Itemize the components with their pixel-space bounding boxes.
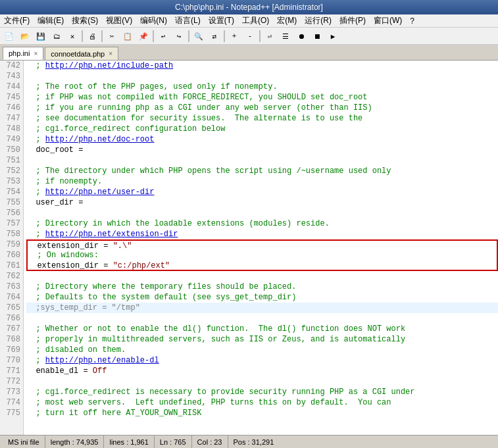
status-filetype-text: MS ini file (8, 438, 39, 446)
code-line-774: ; most web servers. Left undefined, PHP … (26, 397, 498, 408)
code-line-754: ; http://php.net/user-dir (26, 187, 498, 197)
status-lines: lines : 1,961 (104, 436, 154, 448)
copy-button[interactable]: 📋 (120, 29, 135, 43)
code-line-767: ; Whether or not to enable the dl() func… (26, 324, 498, 334)
status-bar: MS ini file length : 74,935 lines : 1,96… (0, 435, 498, 448)
zoom-in-button[interactable]: + (227, 29, 241, 43)
tab-connoetdata-label: connoetdata.php (51, 50, 105, 58)
tab-phpini-label: php.ini (9, 49, 30, 57)
code-line-763: ; Directory where the temporary files sh… (26, 282, 498, 292)
replace-button[interactable]: ⇄ (207, 29, 222, 43)
code-line-770: ; http://php.net/enable-dl (26, 355, 498, 366)
code-line-764: ; Defaults to the system default (see sy… (26, 292, 498, 303)
wrap-button[interactable]: ⏎ (262, 29, 277, 43)
code-line-751 (26, 155, 498, 166)
separator-1 (82, 30, 83, 42)
status-filetype: MS ini file (3, 436, 45, 448)
code-line-742: ; http://php.net/include-path (26, 61, 498, 71)
tab-bar: php.ini × connoetdata.php × (0, 45, 498, 61)
toolbar: 📄 📂 💾 🗂 ✕ 🖨 ✂ 📋 📌 ↩ ↪ 🔍 ⇄ + - ⏎ ☰ ⏺ ⏹ ▶ (0, 28, 498, 45)
menu-edit[interactable]: 编辑(E) (34, 15, 68, 26)
code-line-752: ; The directory under which PHP opens th… (26, 166, 498, 176)
code-line-746: ; if you are running php as a CGI under … (26, 103, 498, 113)
separator-4 (188, 30, 189, 42)
tab-phpini[interactable]: php.ini × (3, 47, 43, 60)
menu-macro[interactable]: 宏(M) (273, 15, 301, 26)
status-lines-text: lines : 1,961 (109, 438, 148, 446)
code-line-757: ; Directory in which the loadable extens… (26, 218, 498, 229)
code-line-775: ; turn it off here AT_YOUR_OWN_RISK (26, 408, 498, 418)
open-button[interactable]: 📂 (18, 29, 32, 43)
status-col-text: Col : 23 (197, 438, 222, 446)
macro-record-button[interactable]: ⏺ (294, 29, 309, 43)
code-line-760: ; On windows: (26, 250, 498, 261)
cut-button[interactable]: ✂ (105, 29, 119, 43)
tab-connoetdata[interactable]: connoetdata.php × (45, 47, 118, 60)
status-pos: Pos : 31,291 (228, 436, 280, 448)
code-line-772 (26, 376, 498, 387)
zoom-out-button[interactable]: - (243, 29, 257, 43)
title-text: C:\php\php.ini - Notepad++ [Administrato… (175, 3, 323, 12)
indent-button[interactable]: ☰ (278, 29, 293, 43)
code-line-771: enable_dl = Off (26, 366, 498, 376)
code-line-773: ; cgi.force_redirect is necessary to pro… (26, 387, 498, 397)
code-line-761: extension_dir = "c:/php/ext" (26, 261, 498, 271)
code-line-745: ; if PHP was not compiled with FORCE_RED… (26, 92, 498, 103)
undo-button[interactable]: ↩ (156, 29, 170, 43)
code-container: 7427437447457467477487497507517527537547… (0, 61, 498, 435)
menu-help[interactable]: ? (406, 16, 418, 26)
title-bar: C:\php\php.ini - Notepad++ [Administrato… (0, 0, 498, 14)
status-col: Col : 23 (192, 436, 228, 448)
menu-file[interactable]: 文件(F) (0, 15, 34, 26)
tab-phpini-close[interactable]: × (34, 50, 37, 57)
code-line-750: doc_root = (26, 145, 498, 155)
close-button[interactable]: ✕ (65, 29, 80, 43)
code-line-753: ; if nonempty. (26, 176, 498, 187)
code-line-755: user_dir = (26, 197, 498, 208)
separator-2 (101, 30, 103, 42)
menu-run[interactable]: 运行(R) (301, 15, 336, 26)
separator-5 (224, 30, 225, 42)
menu-view[interactable]: 视图(V) (102, 15, 136, 26)
code-line-769: ; disabled on them. (26, 345, 498, 355)
code-line-762 (26, 271, 498, 282)
redo-button[interactable]: ↪ (172, 29, 186, 43)
menu-window[interactable]: 窗口(W) (370, 15, 406, 26)
code-line-766 (26, 313, 498, 324)
code-line-756 (26, 208, 498, 218)
menu-settings[interactable]: 设置(T) (205, 15, 238, 26)
save-button[interactable]: 💾 (34, 29, 48, 43)
save-all-button[interactable]: 🗂 (49, 29, 64, 43)
status-ln: Ln : 765 (155, 436, 192, 448)
code-line-765: ;sys_temp_dir = "/tmp" (26, 303, 498, 313)
code-line-749: ; http://php.net/doc-root (26, 134, 498, 145)
separator-6 (259, 30, 261, 42)
new-button[interactable]: 📄 (2, 29, 16, 43)
status-length: length : 74,935 (45, 436, 105, 448)
code-line-743 (26, 71, 498, 82)
code-line-744: ; The root of the PHP pages, used only i… (26, 82, 498, 92)
code-content[interactable]: ; http://php.net/include-path ; The root… (24, 61, 498, 435)
menu-bar: 文件(F) 编辑(E) 搜索(S) 视图(V) 编码(N) 语言(L) 设置(T… (0, 14, 498, 28)
separator-3 (153, 30, 154, 42)
status-ln-text: Ln : 765 (160, 438, 186, 446)
find-button[interactable]: 🔍 (191, 29, 206, 43)
menu-language[interactable]: 语言(L) (171, 15, 205, 26)
menu-search[interactable]: 搜索(S) (68, 15, 102, 26)
macro-play-button[interactable]: ▶ (326, 29, 340, 43)
print-button[interactable]: 🖨 (85, 29, 99, 43)
tab-connoetdata-close[interactable]: × (109, 50, 112, 57)
menu-encode[interactable]: 编码(N) (136, 15, 171, 26)
line-numbers: 7427437447457467477487497507517527537547… (0, 61, 24, 435)
menu-plugins[interactable]: 插件(P) (336, 15, 370, 26)
code-line-758: ; http://php.net/extension-dir (26, 229, 498, 239)
macro-stop-button[interactable]: ⏹ (310, 29, 324, 43)
code-line-747: ; see documentation for security issues.… (26, 113, 498, 124)
code-line-768: ; properly in multithreaded servers, suc… (26, 334, 498, 345)
code-line-759: extension_dir = ".\" (26, 239, 498, 250)
status-length-text: length : 74,935 (51, 438, 99, 446)
status-pos-text: Pos : 31,291 (234, 438, 274, 446)
menu-tools[interactable]: 工具(O) (238, 15, 273, 26)
code-line-748: ; cgi.force_redirect configuration below (26, 124, 498, 134)
paste-button[interactable]: 📌 (136, 29, 151, 43)
